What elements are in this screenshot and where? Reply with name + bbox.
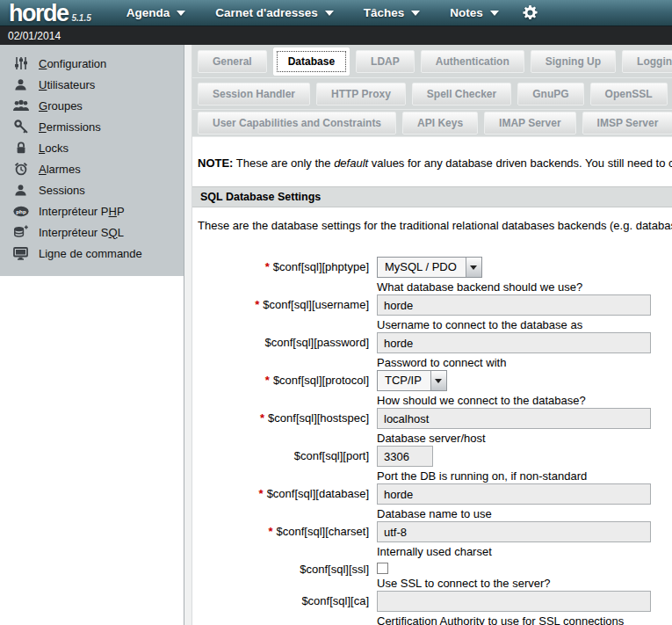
field-cell: Database server/host bbox=[377, 408, 651, 445]
form-row-username: *$conf[sql][username]Username to connect… bbox=[192, 294, 672, 331]
tab-gnupg[interactable]: GnuPG bbox=[517, 83, 583, 105]
menu-notes[interactable]: Notes bbox=[450, 6, 499, 19]
sidebar-item-label: Groupes bbox=[39, 99, 83, 113]
sliders-icon bbox=[12, 55, 29, 71]
tab-authentication[interactable]: Authentication bbox=[421, 50, 524, 73]
menu-agenda[interactable]: Agenda bbox=[126, 6, 186, 19]
tab-api-keys[interactable]: API Keys bbox=[402, 112, 478, 134]
hostspec-input[interactable] bbox=[377, 408, 651, 429]
field-cell: MySQL / PDOWhat database backend should … bbox=[377, 257, 582, 294]
tab-row-1: GeneralDatabaseLDAPAuthenticationSigning… bbox=[192, 45, 672, 78]
logo-text: horde bbox=[9, 2, 69, 25]
sidebar: ConfigurationUtilisateursGroupesPermissi… bbox=[0, 45, 184, 625]
alarm-clock-icon bbox=[12, 161, 29, 177]
tab-signing-up[interactable]: Signing Up bbox=[531, 50, 616, 73]
database-input[interactable] bbox=[377, 483, 651, 505]
chevron-down-icon bbox=[411, 11, 420, 16]
topbar: horde 5.1.5 AgendaCarnet d'adressesTâche… bbox=[0, 0, 672, 26]
section-description: These are the database settings for the … bbox=[198, 219, 672, 232]
required-asterisk: * bbox=[265, 374, 270, 387]
password-input[interactable] bbox=[377, 332, 651, 353]
charset-input[interactable] bbox=[377, 521, 651, 542]
config-tabs: GeneralDatabaseLDAPAuthenticationSigning… bbox=[192, 45, 672, 137]
key-icon bbox=[12, 119, 29, 134]
sidebar-item-permissions[interactable]: Permissions bbox=[0, 116, 184, 137]
sidebar-menu: ConfigurationUtilisateursGroupesPermissi… bbox=[0, 45, 184, 276]
note-emphasis: default bbox=[334, 156, 368, 170]
padlock-icon bbox=[12, 140, 29, 156]
sidebar-item-label: Utilisateurs bbox=[39, 78, 95, 91]
sidebar-divider bbox=[184, 45, 192, 625]
sidebar-item-ligne-de-commande[interactable]: Ligne de commande bbox=[0, 243, 184, 264]
tab-openssl[interactable]: OpenSSL bbox=[590, 83, 668, 105]
tab-general[interactable]: General bbox=[198, 50, 267, 73]
tab-imsp-server[interactable]: IMSP Server bbox=[582, 112, 672, 134]
content-area: GeneralDatabaseLDAPAuthenticationSigning… bbox=[192, 45, 672, 625]
chevron-down-icon bbox=[177, 11, 185, 16]
field-label: $conf[sql][ca] bbox=[192, 591, 369, 625]
logo-version: 5.1.5 bbox=[72, 13, 91, 23]
dropdown-arrow-button[interactable] bbox=[430, 371, 446, 390]
ca-input[interactable] bbox=[377, 591, 651, 612]
menu-carnet-d-adresses[interactable]: Carnet d'adresses bbox=[215, 6, 334, 19]
form-row-database: *$conf[sql][database]Database name to us… bbox=[192, 483, 672, 520]
field-label: *$conf[sql][hostspec] bbox=[192, 408, 369, 445]
field-label: *$conf[sql][database] bbox=[192, 483, 369, 520]
horde-logo[interactable]: horde 5.1.5 bbox=[9, 2, 91, 25]
protocol-select[interactable]: TCP/IP bbox=[377, 370, 447, 391]
tab-http-proxy[interactable]: HTTP Proxy bbox=[316, 83, 406, 105]
users-group-icon bbox=[12, 98, 29, 113]
chevron-down-icon bbox=[435, 379, 442, 383]
tab-spell-checker[interactable]: Spell Checker bbox=[412, 83, 511, 105]
date-bar: 02/01/2014 bbox=[0, 26, 672, 45]
tab-imap-server[interactable]: IMAP Server bbox=[484, 112, 575, 134]
field-help: Use SSL to connect to the server? bbox=[377, 577, 551, 590]
sidebar-item-interpreteur-sql[interactable]: Interpréteur SQL bbox=[0, 222, 184, 243]
field-help: What database backend should we use? bbox=[377, 280, 582, 294]
tab-session-handler[interactable]: Session Handler bbox=[198, 83, 310, 105]
sidebar-item-sessions[interactable]: Sessions bbox=[0, 179, 184, 200]
port-input[interactable] bbox=[377, 446, 433, 467]
sidebar-item-groupes[interactable]: Groupes bbox=[0, 95, 184, 116]
required-asterisk: * bbox=[265, 260, 270, 273]
sidebar-item-label: Sessions bbox=[39, 184, 85, 197]
field-cell: Use SSL to connect to the server? bbox=[377, 559, 551, 590]
field-help: Username to connect to the database as bbox=[377, 318, 651, 331]
sidebar-item-label: Alarmes bbox=[39, 163, 81, 176]
sidebar-item-interpreteur-php[interactable]: phpInterpréteur PHP bbox=[0, 200, 184, 222]
tab-row-2: Session HandlerHTTP ProxySpell CheckerGn… bbox=[192, 78, 672, 110]
form-row-hostspec: *$conf[sql][hostspec]Database server/hos… bbox=[192, 408, 672, 445]
field-cell: Internally used charset bbox=[377, 521, 651, 558]
dropdown-arrow-button[interactable] bbox=[466, 258, 481, 277]
menu-taches[interactable]: Tâches bbox=[364, 6, 421, 19]
tab-logging[interactable]: Logging bbox=[622, 50, 672, 73]
tab-database[interactable]: Database bbox=[273, 47, 350, 76]
field-help: Database server/host bbox=[377, 432, 651, 445]
sidebar-item-locks[interactable]: Locks bbox=[0, 137, 184, 158]
required-asterisk: * bbox=[268, 525, 272, 538]
field-label: *$conf[sql][username] bbox=[192, 294, 369, 331]
note-text: NOTE: These are only the default values … bbox=[198, 156, 672, 170]
user-icon bbox=[12, 182, 29, 198]
sidebar-item-configuration[interactable]: Configuration bbox=[0, 53, 184, 74]
php-icon: php bbox=[12, 203, 29, 219]
field-help: Password to connect with bbox=[377, 356, 651, 369]
field-cell: Password to connect with bbox=[377, 332, 651, 369]
tab-ldap[interactable]: LDAP bbox=[356, 50, 415, 73]
note-segment: values for any database driven backends.… bbox=[368, 156, 672, 170]
form-row-protocol: *$conf[sql][protocol]TCP/IPHow should we… bbox=[192, 370, 672, 407]
username-input[interactable] bbox=[377, 294, 651, 316]
field-label: $conf[sql][ssl] bbox=[192, 559, 369, 590]
sidebar-item-utilisateurs[interactable]: Utilisateurs bbox=[0, 74, 184, 95]
tab-user-capabilities-and-constraints[interactable]: User Capabilities and Constraints bbox=[198, 112, 396, 134]
sidebar-item-alarmes[interactable]: Alarmes bbox=[0, 158, 184, 179]
phptype-select[interactable]: MySQL / PDO bbox=[377, 257, 482, 278]
required-asterisk: * bbox=[259, 487, 264, 500]
menu-label: Carnet d'adresses bbox=[215, 6, 318, 19]
gear-icon[interactable] bbox=[522, 4, 538, 21]
field-label: $conf[sql][port] bbox=[192, 446, 369, 483]
ssl-checkbox[interactable] bbox=[377, 563, 388, 574]
selected-option: TCP/IP bbox=[378, 371, 430, 390]
field-cell: Database name to use bbox=[377, 483, 651, 520]
form-row-charset: *$conf[sql][charset]Internally used char… bbox=[192, 521, 672, 558]
